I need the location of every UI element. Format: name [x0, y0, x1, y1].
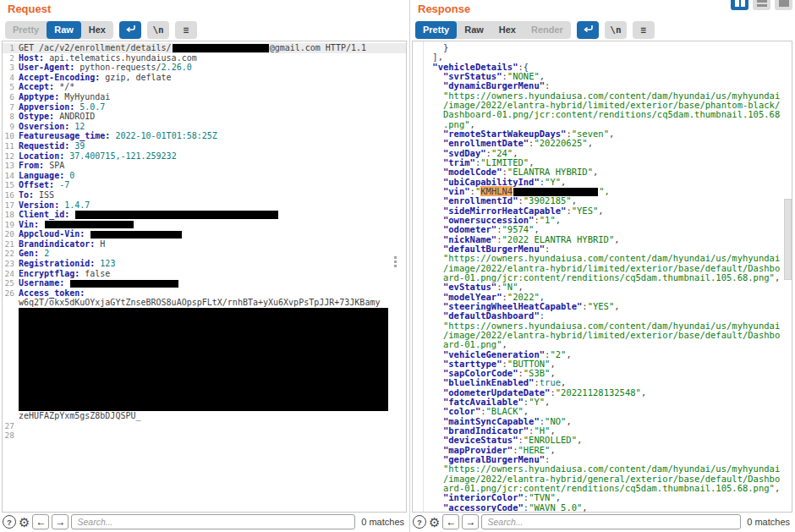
response-match-count: 0 matches: [747, 517, 790, 527]
tab-hex[interactable]: Hex: [81, 21, 113, 39]
response-newline-toggle-button[interactable]: \n: [605, 21, 627, 39]
request-tab-group: PrettyRawHex: [5, 21, 113, 39]
redacted-value: [173, 44, 269, 52]
previous-match-button[interactable]: ←: [32, 514, 49, 529]
code-line: 18Client_id:: [3, 210, 406, 220]
request-search-bar: ? ⚙ ← → 0 matches: [3, 513, 406, 530]
tab-raw[interactable]: Raw: [457, 21, 491, 39]
arrow-left-icon: ←: [36, 516, 46, 528]
redacted-value: [75, 211, 278, 219]
tab-render[interactable]: Render: [524, 21, 571, 39]
request-newline-toggle-button[interactable]: \n: [147, 21, 169, 39]
tab-raw[interactable]: Raw: [47, 21, 81, 39]
single-pane-view-icon[interactable]: [775, 0, 792, 10]
code-line: 15Offset: -7: [3, 180, 406, 190]
redacted-value: [70, 280, 178, 288]
code-line: 22Gen: 2: [3, 249, 406, 259]
code-line: 2Host: api.telematics.hyundaiusa.com: [3, 53, 406, 63]
request-match-count: 0 matches: [361, 517, 404, 527]
code-line: 23Registrationid: 123: [3, 259, 406, 269]
code-line: 25Username:: [3, 278, 406, 288]
code-line: 24Encryptflag: false: [3, 269, 406, 279]
response-tab-group: PrettyRawHexRender: [415, 21, 571, 39]
code-line: 13From: SPA: [3, 161, 406, 171]
arrow-right-icon: →: [55, 516, 65, 528]
redacted-block: [19, 308, 388, 411]
response-panel: Response PrettyRawHexRender \n ≡ } ], "v…: [409, 0, 795, 532]
code-line: 3User-Agent: python-requests/2.26.0: [3, 63, 406, 73]
code-line: 4Accept-Encoding: gzip, deflate: [3, 73, 406, 83]
previous-match-button[interactable]: ←: [442, 514, 459, 529]
pane-divider-drag-handle[interactable]: [394, 256, 397, 267]
tab-pretty[interactable]: Pretty: [5, 21, 47, 39]
code-line: 5Accept: */*: [3, 82, 406, 92]
request-search-input[interactable]: [71, 514, 355, 529]
next-match-button[interactable]: →: [52, 514, 69, 529]
word-wrap-icon: [124, 24, 136, 36]
response-search-input[interactable]: [481, 514, 741, 529]
layout-view-switcher: [731, 0, 792, 10]
redacted-value: [513, 188, 598, 196]
response-editor-menu-button[interactable]: ≡: [633, 21, 655, 39]
request-editor[interactable]: 1GET /ac/v2/enrollment/details/@gmail.co…: [2, 41, 407, 513]
arrow-left-icon: ←: [446, 516, 456, 528]
redacted-value: [90, 231, 182, 239]
code-line: w6q2T/okx5dKuOYxjaGYtZnseBROS8uAOpspFLtX…: [3, 298, 406, 308]
request-title: Request: [8, 3, 51, 15]
code-line: 27: [3, 421, 406, 431]
code-line: "accessoryCode":"WAVN 5.0",: [413, 503, 792, 513]
code-line: [3, 308, 406, 411]
code-line: 26Access_token:: [3, 288, 406, 299]
code-line: 9Osversion: 12: [3, 122, 406, 132]
split-rows-view-icon[interactable]: [753, 0, 770, 10]
code-line: 10Featureusage_time: 2022-10-01T01:58:25…: [3, 131, 406, 141]
code-line: 11Requestid: 39: [3, 141, 406, 151]
code-line: 6Apptype: MyHyundai: [3, 92, 406, 102]
search-settings-gear-icon[interactable]: ⚙: [429, 516, 440, 529]
code-line: 17Version: 1.4.7: [3, 200, 406, 211]
response-toolbar: PrettyRawHexRender \n ≡: [415, 21, 655, 39]
code-line: 14Language: 0: [3, 171, 406, 181]
code-line: 1GET /ac/v2/enrollment/details/@gmail.co…: [3, 43, 406, 53]
code-line: 28: [3, 431, 406, 441]
request-panel: Request PrettyRawHex \n ≡ 1GET /ac/v2/en…: [0, 0, 409, 532]
tab-hex[interactable]: Hex: [491, 21, 524, 39]
code-line: zeHUFAZpYxm5gsZ8bDJQSPU_: [3, 411, 406, 421]
request-wrap-toggle-button[interactable]: [119, 21, 141, 39]
next-match-button[interactable]: →: [462, 514, 479, 529]
response-search-bar: ? ⚙ ← → 0 matches: [413, 513, 792, 530]
code-line: 8Ostype: ANDROID: [3, 112, 406, 122]
request-editor-menu-button[interactable]: ≡: [175, 21, 197, 39]
code-line: 21Brandindicator: H: [3, 239, 406, 250]
help-icon[interactable]: ?: [3, 515, 16, 529]
response-wrap-toggle-button[interactable]: [577, 21, 599, 39]
response-title: Response: [418, 3, 470, 15]
search-settings-gear-icon[interactable]: ⚙: [19, 516, 30, 529]
code-line: 20Appcloud-Vin:: [3, 229, 406, 239]
tab-pretty[interactable]: Pretty: [415, 21, 457, 39]
request-toolbar: PrettyRawHex \n ≡: [5, 21, 197, 39]
arrow-right-icon: →: [465, 516, 475, 528]
word-wrap-icon: [582, 24, 594, 36]
response-editor[interactable]: } ], "vehicleDetails":{ "svrStatus":"NON…: [412, 41, 792, 513]
split-columns-view-icon[interactable]: [731, 0, 748, 10]
help-icon[interactable]: ?: [413, 515, 426, 529]
code-line: 7Appversion: 5.0.7: [3, 102, 406, 112]
code-line: 16To: ISS: [3, 190, 406, 200]
code-line: }: [413, 43, 792, 52]
redacted-value: [45, 221, 134, 229]
code-line: 19Vin:: [3, 220, 406, 230]
code-line: 12Location: 37.400715,-121.259232: [3, 151, 406, 162]
response-scrollbar-thumb[interactable]: [784, 199, 792, 280]
